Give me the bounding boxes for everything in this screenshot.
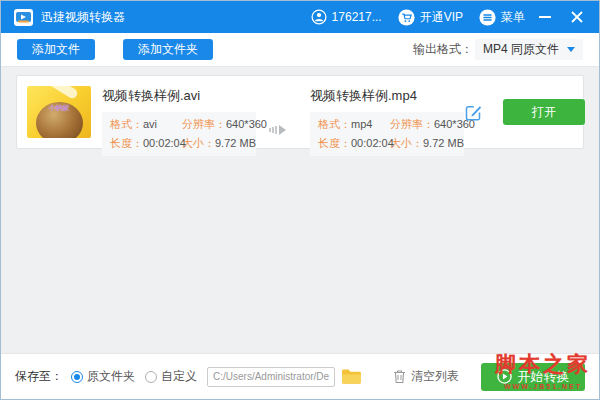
account-id: 176217...	[332, 10, 382, 24]
menu-icon	[479, 9, 496, 26]
source-duration: 长度：00:02:04	[110, 136, 178, 151]
edit-button[interactable]	[464, 103, 483, 122]
open-button[interactable]: 打开	[503, 99, 585, 125]
browse-folder-button[interactable]	[341, 368, 362, 385]
folder-icon	[341, 368, 362, 385]
window-title: 迅捷视频转换器	[41, 9, 125, 26]
start-convert-label: 开始转换	[518, 368, 570, 386]
output-file-block: 视频转换样例.mp4 格式：mp4 分辨率：640*360 长度：00:02:0…	[310, 86, 464, 156]
radio-original-folder[interactable]: 原文件夹	[71, 368, 135, 385]
minimize-icon	[539, 16, 551, 18]
save-path-input[interactable]	[207, 367, 335, 387]
video-thumbnail[interactable]: 小蚂蚁	[27, 86, 91, 138]
source-format: 格式：avi	[110, 117, 178, 132]
thumbnail-caption: 小蚂蚁	[27, 103, 91, 113]
radio-unselected-icon	[145, 371, 157, 383]
file-row: 小蚂蚁 视频转换样例.avi 格式：avi 分辨率：640*360 长度：00:…	[16, 75, 584, 149]
add-folder-button[interactable]: 添加文件夹	[123, 39, 213, 60]
radio-custom-folder[interactable]: 自定义	[145, 368, 197, 385]
edit-icon	[464, 103, 483, 122]
account-icon	[311, 9, 327, 25]
play-icon	[497, 369, 512, 384]
radio-original-label: 原文件夹	[87, 368, 135, 385]
output-resolution: 分辨率：640*360	[390, 117, 475, 132]
trash-icon	[393, 369, 406, 384]
vip-button[interactable]: 开通VIP	[398, 9, 463, 26]
output-format-group: 输出格式： MP4 同原文件	[413, 39, 583, 60]
output-format-value: MP4 同原文件	[483, 41, 559, 58]
account-button[interactable]: 176217...	[311, 9, 382, 25]
app-window: 迅捷视频转换器 176217... 开通VIP	[0, 0, 600, 400]
output-file-name: 视频转换样例.mp4	[310, 87, 464, 105]
output-size: 大小：9.72 MB	[390, 136, 475, 151]
menu-button[interactable]: 菜单	[479, 9, 525, 26]
menu-label: 菜单	[501, 9, 525, 26]
close-icon	[571, 11, 583, 23]
close-button[interactable]	[565, 6, 589, 28]
thumbnail-art	[45, 86, 79, 100]
titlebar-actions: 176217... 开通VIP 菜单	[295, 6, 589, 28]
source-file-block: 视频转换样例.avi 格式：avi 分辨率：640*360 长度：00:02:0…	[102, 86, 256, 156]
clear-list-label: 清空列表	[411, 368, 459, 385]
radio-selected-icon	[71, 371, 83, 383]
output-format-dropdown[interactable]: MP4 同原文件	[475, 39, 583, 60]
titlebar: 迅捷视频转换器 176217... 开通VIP	[1, 1, 599, 33]
output-duration: 长度：00:02:04	[318, 136, 386, 151]
row-actions: 打开	[464, 99, 589, 125]
source-resolution: 分辨率：640*360	[182, 117, 267, 132]
minimize-button[interactable]	[533, 6, 557, 28]
toolbar: 添加文件 添加文件夹 输出格式： MP4 同原文件	[1, 33, 599, 67]
source-file-info: 格式：avi 分辨率：640*360 长度：00:02:04 大小：9.72 M…	[102, 112, 256, 156]
file-list: 小蚂蚁 视频转换样例.avi 格式：avi 分辨率：640*360 长度：00:…	[1, 67, 599, 353]
convert-arrow-icon	[269, 125, 286, 135]
dropdown-caret-icon	[567, 47, 575, 52]
vip-label: 开通VIP	[420, 9, 463, 26]
add-file-button[interactable]: 添加文件	[17, 39, 95, 60]
output-file-info: 格式：mp4 分辨率：640*360 长度：00:02:04 大小：9.72 M…	[310, 112, 464, 156]
bottom-bar: 保存至： 原文件夹 自定义 清空列表	[1, 353, 599, 399]
start-convert-button[interactable]: 开始转换	[481, 363, 585, 391]
output-format-label: 输出格式：	[413, 41, 473, 58]
output-format: 格式：mp4	[318, 117, 386, 132]
source-file-name: 视频转换样例.avi	[102, 87, 256, 105]
save-to-label: 保存至：	[15, 368, 63, 385]
app-logo-icon	[14, 9, 33, 26]
clear-list-button[interactable]: 清空列表	[393, 368, 459, 385]
vip-cart-icon	[398, 9, 415, 26]
radio-custom-label: 自定义	[161, 368, 197, 385]
source-size: 大小：9.72 MB	[182, 136, 267, 151]
